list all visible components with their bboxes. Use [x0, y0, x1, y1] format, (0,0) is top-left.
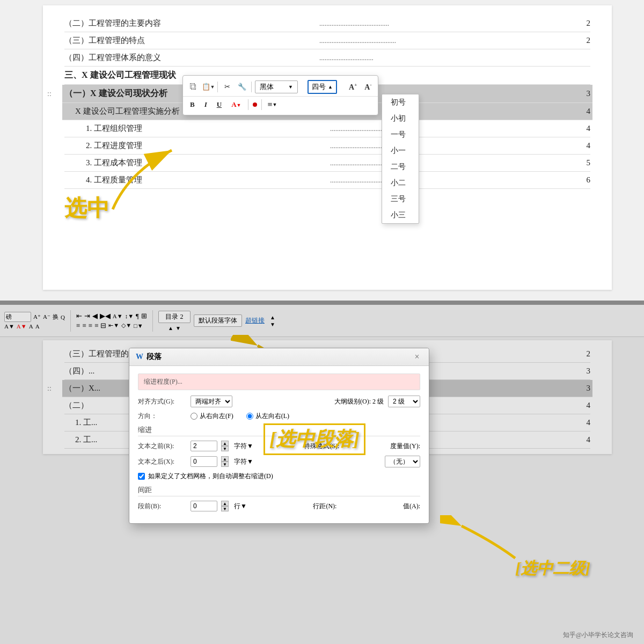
- size-option-xiaosan[interactable]: 小三: [382, 207, 419, 223]
- size-option-yihao[interactable]: 一号: [382, 127, 419, 143]
- annotation-arrow-level: [440, 515, 526, 569]
- word-icon: W: [136, 353, 143, 361]
- cut-icon[interactable]: ✂: [221, 81, 233, 93]
- dialog-before-input[interactable]: [191, 441, 217, 451]
- annotation-level-label: [选中二级]: [515, 558, 590, 580]
- clipboard-icon[interactable]: 🔧: [236, 81, 248, 93]
- toc-dots-9: ........................................…: [328, 159, 574, 167]
- underline-button[interactable]: U: [214, 99, 224, 110]
- toc-text-3: （四）工程管理体系的意义: [64, 53, 317, 63]
- annotation-para-label: [选中段落]: [264, 423, 365, 455]
- dialog-align-label: 对齐方式(G):: [138, 397, 186, 406]
- dialog-direction-label: 方向：: [138, 412, 186, 421]
- size-option-xiaochu[interactable]: 小初: [382, 111, 419, 127]
- align-dropdown-btn[interactable]: ≡▼: [266, 99, 278, 111]
- paragraph-dialog: W 段落 × 缩进程度(P)... [选中段落] 对齐方式(G): 两端对齐 大…: [129, 348, 429, 524]
- dialog-checkbox[interactable]: [138, 473, 145, 480]
- toc-line-1: （二）工程管理的主要内容 ...........................…: [64, 15, 590, 32]
- toc-num-2: 2: [574, 36, 590, 45]
- radio-ltr-label[interactable]: 从左向右(L): [246, 412, 289, 421]
- bottom-section: 磅 A⁺ A⁻ 换 Q A▼ A▼ A A ⇤ ⇥ ◀ ▶◀ A▼ ↕▼: [0, 305, 644, 644]
- toc-num-6: 4: [574, 107, 590, 116]
- toc-num-8: 4: [574, 141, 590, 150]
- radio-ltr[interactable]: [246, 413, 253, 420]
- font-decrease-btn[interactable]: A-: [362, 82, 374, 92]
- float-toolbar[interactable]: ⿻ 📋▼ ✂ 🔧 黑体 ▼ 四号 ▲ A+ A-: [182, 75, 378, 115]
- paste-dropdown-icon[interactable]: 📋▼: [202, 81, 214, 93]
- size-option-erhao[interactable]: 二号: [382, 159, 419, 175]
- dialog-title-text: 段落: [147, 352, 162, 362]
- dialog-align-row: 对齐方式(G): 两端对齐 大纲级别(O): 2 级 2 级: [138, 396, 420, 407]
- toc-dots-2: ........................................…: [317, 36, 574, 45]
- toc-dots-7: ........................................…: [328, 125, 574, 133]
- dialog-header: W 段落 ×: [129, 348, 429, 366]
- dialog-after-input[interactable]: [191, 456, 217, 467]
- size-option-sanhao[interactable]: 三号: [382, 191, 419, 207]
- dialog-spacing-title: 间距: [138, 485, 420, 496]
- toc-num-10: 6: [574, 175, 590, 185]
- dialog-align-select[interactable]: 两端对齐: [191, 396, 232, 407]
- toolbar-row1: ⿻ 📋▼ ✂ 🔧 黑体 ▼ 四号 ▲ A+ A-: [183, 78, 378, 97]
- toc-num-9: 5: [574, 158, 590, 167]
- toc-text-1: （二）工程管理的主要内容: [64, 18, 317, 28]
- font-name-selector[interactable]: 黑体 ▼: [255, 80, 298, 93]
- dialog-checkbox-row: 如果定义了文档网格，则自动调整右缩进(D): [138, 472, 420, 481]
- dialog-before-label: 文本之前(R):: [138, 442, 186, 451]
- toc-num-7: 4: [574, 124, 590, 133]
- dialog-after-unit: 字符▼: [234, 457, 253, 466]
- dialog-linespacing-value: 值(A):: [403, 502, 420, 511]
- top-section: （二）工程管理的主要内容 ...........................…: [0, 0, 644, 301]
- radio-rtl[interactable]: [191, 413, 197, 420]
- italic-button[interactable]: I: [202, 99, 210, 110]
- dialog-special-select[interactable]: （无）: [385, 456, 420, 467]
- toc-num-5: 3: [574, 89, 590, 98]
- size-option-xiaoyi[interactable]: 小一: [382, 143, 419, 159]
- watermark: 知乎@小毕学长论文咨询: [563, 631, 633, 640]
- color-dropdown-btn[interactable]: A▼: [229, 99, 244, 110]
- dialog-close-button[interactable]: ×: [412, 352, 422, 362]
- bold-button[interactable]: B: [187, 99, 197, 110]
- dialog-direction-row: 方向： 从右向左(F) 从左向右(L): [138, 412, 420, 421]
- before-sp-spinner[interactable]: ▲ ▼: [221, 501, 229, 511]
- toolbar-row2: B I U A▼ ≡▼: [183, 97, 378, 113]
- size-option-chuhao[interactable]: 初号: [382, 94, 419, 111]
- dialog-before-sp-input[interactable]: [191, 501, 217, 511]
- toc-line-2: （三）工程管理的特点 .............................…: [64, 32, 590, 49]
- doc-area-top: （二）工程管理的主要内容 ...........................…: [43, 5, 612, 290]
- toc-dots-3: ...............................: [317, 54, 574, 62]
- annotation-arrow-top: [97, 129, 204, 236]
- dialog-checkbox-text: 如果定义了文档网格，则自动调整右缩进(D): [148, 472, 273, 481]
- after-spinner[interactable]: ▲ ▼: [221, 456, 229, 467]
- dialog-body: 缩进程度(P)... [选中段落] 对齐方式(G): 两端对齐 大纲级别(O):…: [129, 366, 429, 523]
- size-option-xiaoer[interactable]: 小二: [382, 175, 419, 191]
- dialog-outline-label: 大纲级别(O): 2 级: [334, 397, 384, 406]
- dialog-measure-label: 度量值(Y):: [390, 442, 420, 451]
- color-dot: [253, 103, 257, 107]
- font-increase-btn[interactable]: A+: [347, 82, 359, 92]
- dialog-selected-notice: 缩进程度(P)...: [138, 374, 420, 390]
- dialog-linespacing-label: 行距(N):: [313, 502, 336, 511]
- toc-dots-1: ........................................: [317, 19, 574, 28]
- dialog-after-label: 文本之后(X):: [138, 457, 186, 466]
- toc-dots-10: ........................................…: [328, 176, 574, 185]
- dialog-before-sp-label: 段前(B):: [138, 502, 186, 511]
- toc-dots-8: ........................................…: [328, 142, 574, 150]
- dialog-before-unit: 字符▼: [234, 442, 253, 451]
- dialog-before-sp-unit: 行▼: [234, 502, 247, 511]
- before-spinner[interactable]: ▲ ▼: [221, 441, 229, 451]
- font-size-selector[interactable]: 四号 ▲: [308, 80, 337, 94]
- dialog-after-row: 文本之后(X): ▲ ▼ 字符▼ （无）: [138, 456, 420, 467]
- toc-num-1: 2: [574, 19, 590, 28]
- copy-icon[interactable]: ⿻: [187, 81, 199, 93]
- toc-text-2: （三）工程管理的特点: [64, 35, 317, 46]
- toc-line-3: （四）工程管理体系的意义 ...........................…: [64, 49, 590, 67]
- dialog-title: W 段落: [136, 352, 162, 362]
- annotation-text-top: 选中: [64, 193, 109, 223]
- dialog-outline-select[interactable]: 2 级: [388, 396, 420, 407]
- dialog-spacing-row: 段前(B): ▲ ▼ 行▼ 行距(N): 值(A):: [138, 501, 420, 511]
- font-size-dropdown: 初号 小初 一号 小一 二号 小二 三号 小三: [382, 94, 419, 224]
- divider-bar: [0, 301, 644, 305]
- radio-rtl-label[interactable]: 从右向左(F): [191, 412, 233, 421]
